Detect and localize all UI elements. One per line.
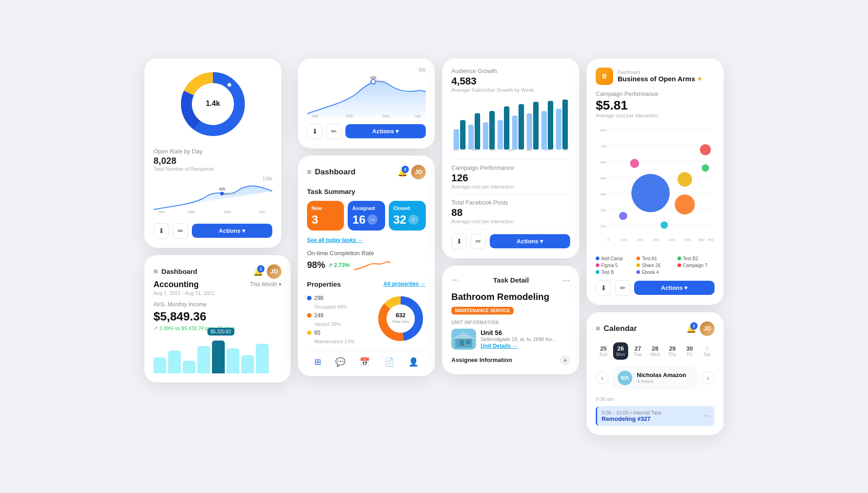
download-button-2[interactable]: ⬇ — [307, 124, 323, 139]
svg-point-79 — [675, 194, 695, 215]
svg-text:400: 400 — [600, 192, 607, 196]
actions-button-3[interactable]: Actions ▾ — [490, 234, 570, 248]
svg-rect-54 — [460, 340, 464, 346]
aud-val: 4,583 — [451, 75, 570, 87]
cal-prev-button[interactable]: ‹ — [596, 372, 609, 384]
user-avatar-2: JD — [411, 165, 426, 179]
cal-day-sun: Sun — [599, 352, 608, 357]
nav-chat-icon[interactable]: 💬 — [335, 357, 345, 367]
unit-details-link[interactable]: Unit Details → — [481, 343, 556, 349]
fb-sub: Average cost per interaction — [451, 219, 570, 224]
cal-event-card[interactable]: 9:30 - 10:00 • Internal Task Remodeling … — [596, 406, 715, 426]
prop-vacant-val: 249 — [314, 312, 323, 319]
svg-rect-38 — [527, 113, 532, 150]
cal-event-title: Remodeling #327 — [602, 415, 662, 422]
bar-5: $5,320.82 — [212, 341, 225, 373]
svg-text:Mar: Mar — [382, 114, 390, 118]
actions-button-4[interactable]: Actions ▾ — [634, 281, 715, 295]
svg-text:W5: W5 — [527, 148, 533, 152]
cal-date-31[interactable]: S Sat — [699, 342, 715, 360]
svg-text:0: 0 — [607, 238, 609, 242]
completion-val: 98% ↗ 2.73% — [307, 258, 426, 272]
svg-text:Mar: Mar — [224, 210, 232, 214]
cal-date-num-28: 28 — [652, 345, 658, 352]
edit-button[interactable]: ✏ — [173, 223, 188, 239]
svg-text:200: 200 — [600, 224, 607, 228]
prop-maintenance-val: 85 — [314, 330, 320, 336]
maintenance-badge: MAINTENANCE SERVICE — [451, 307, 513, 315]
legend-test-b: Test B — [596, 270, 633, 275]
edit-button-2[interactable]: ✏ — [326, 124, 342, 139]
bottom-nav: ⊞ 💬 📅 📄 👤 — [307, 350, 426, 367]
cal-date-28[interactable]: 28 Wed — [647, 342, 663, 360]
cal-dates-row: 25 Sun 26 Mon 27 Tue 28 Wed 29 Thu — [596, 342, 715, 360]
legend-test-b2: Test B2 — [677, 256, 715, 261]
properties-header: Properties All properties → — [307, 280, 426, 288]
cal-date-num-31: S — [705, 345, 709, 352]
svg-text:Feb 23: Feb 23 — [224, 191, 236, 195]
legend-label-test-b2: Test B2 — [683, 256, 698, 261]
prop-vacant-label: Vacant 39% — [314, 321, 370, 327]
task-card-new: New 3 — [307, 201, 344, 231]
svg-text:Jan: Jan — [158, 210, 165, 214]
svg-rect-39 — [533, 102, 539, 150]
svg-rect-55 — [466, 340, 471, 344]
svg-rect-28 — [454, 129, 459, 150]
legend-campaign-7: Campaign 7 — [677, 263, 715, 268]
unit-info: Unit 56 Sellerodgade 19, st. tv, 1690 Ko… — [481, 329, 556, 349]
svg-point-80 — [700, 144, 711, 155]
task-closed-label: Closed — [393, 205, 421, 211]
hamburger-icon: ≡ — [153, 267, 158, 276]
svg-text:W7: W7 — [563, 148, 569, 152]
nav-grid-icon[interactable]: ⊞ — [314, 357, 321, 367]
cal-next-button[interactable]: › — [702, 372, 715, 384]
properties-body: 298 Occupied 48% 249 Vacant 39% 85 Maint… — [307, 294, 426, 346]
task-detail-title: Task Detail — [493, 276, 529, 284]
acct-dashboard-title: Dashboard — [161, 267, 197, 275]
cal-date-26[interactable]: 26 Mon — [613, 342, 629, 360]
cal-date-25[interactable]: 25 Sun — [596, 342, 611, 360]
back-button[interactable]: ← — [451, 275, 460, 285]
svg-text:600: 600 — [600, 160, 607, 164]
acct-month-selector[interactable]: This Month ▾ — [250, 281, 281, 288]
cal-person-info: Nicholas Amazon 4 hours — [637, 372, 686, 384]
legend-figma-5: Figma 5 — [596, 263, 633, 268]
svg-rect-34 — [498, 120, 503, 150]
svg-rect-29 — [460, 120, 466, 150]
cal-date-29[interactable]: 29 Thu — [665, 342, 680, 360]
task-name: Bathroom Remodeling — [451, 292, 570, 302]
svg-rect-42 — [556, 109, 561, 150]
actions-button-2[interactable]: Actions ▾ — [345, 124, 426, 138]
all-props-link[interactable]: All properties → — [383, 281, 426, 287]
cal-event-time: 9:30 - 10:00 • Internal Task — [602, 410, 662, 415]
see-tasks-link[interactable]: See all today tasks → — [307, 237, 426, 243]
download-button[interactable]: ⬇ — [153, 223, 169, 239]
acct-title: Accounting — [153, 280, 199, 289]
biz-cp-sub: Average cost per interaction — [596, 113, 715, 118]
prop-maintenance-label: Maintenance 13% — [314, 339, 370, 344]
audience-growth-card: Audience Growth 4,583 Average Subscriber… — [442, 58, 579, 258]
nav-doc-icon[interactable]: 📄 — [384, 357, 394, 367]
download-button-3[interactable]: ⬇ — [451, 234, 467, 249]
add-assignee-button[interactable]: + — [560, 355, 570, 365]
nav-calendar-icon[interactable]: 📅 — [360, 357, 370, 367]
nav-user-icon[interactable]: 👤 — [408, 357, 418, 367]
task-cards-row: New 3 Assigned 16 → Closed 32 ✓ — [307, 201, 426, 231]
props-list: 298 Occupied 48% 249 Vacant 39% 85 Maint… — [307, 295, 370, 344]
biz-dashboard-label: Dashboard — [618, 70, 715, 75]
edit-button-4[interactable]: ✏ — [615, 280, 630, 296]
svg-point-82 — [677, 172, 692, 187]
actions-row-2: ⬇ ✏ Actions ▾ — [307, 124, 426, 139]
cal-date-27[interactable]: 27 Tue — [630, 342, 646, 360]
edit-button-3[interactable]: ✏ — [471, 234, 486, 249]
unit-info-label: UNIT INFORMATION — [451, 320, 570, 325]
cal-date-30[interactable]: 30 Fri — [682, 342, 698, 360]
download-button-4[interactable]: ⬇ — [596, 280, 611, 296]
time-label: 9:30 am — [596, 396, 715, 402]
acct-date-range: Aug 1, 2021 - Aug 31, 2021 — [153, 290, 281, 296]
cal-event-more-icon[interactable]: ··· — [704, 412, 710, 420]
more-options-button[interactable]: ··· — [562, 275, 570, 285]
legend-dot-campaign-7 — [677, 263, 681, 267]
svg-point-81 — [630, 159, 639, 168]
actions-button-1[interactable]: Actions ▾ — [192, 224, 272, 238]
